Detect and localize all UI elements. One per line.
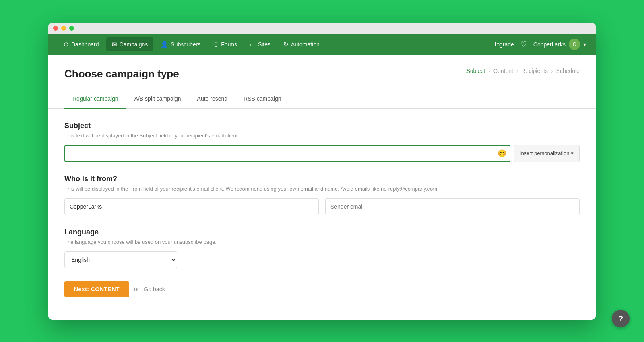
navbar: ⊙ Dashboard ✉ Campaigns 👤 Subscribers ⬡ … (48, 34, 596, 55)
help-button[interactable]: ? (612, 310, 630, 327)
breadcrumb-subject: Subject (466, 68, 485, 74)
heart-icon[interactable]: ♡ (520, 40, 527, 49)
subject-title: Subject (64, 122, 580, 130)
language-select[interactable]: English French German Spanish Italian Du… (64, 251, 177, 268)
dashboard-icon: ⊙ (64, 41, 69, 48)
breadcrumb-sep-3: › (551, 68, 553, 74)
nav-item-automation[interactable]: ↻ Automation (278, 37, 325, 51)
campaigns-icon: ✉ (112, 41, 117, 48)
minimize-button[interactable] (61, 26, 66, 31)
tab-rss[interactable]: RSS campaign (235, 90, 289, 109)
user-menu[interactable]: CopperLarks C ▾ (533, 39, 586, 50)
sites-icon: ▭ (250, 41, 256, 48)
campaign-tabs: Regular campaign A/B split campaign Auto… (48, 90, 596, 109)
from-row (64, 198, 580, 215)
nav-label-subscribers: Subscribers (171, 41, 200, 48)
nav-item-campaigns[interactable]: ✉ Campaigns (106, 37, 154, 51)
sender-name-input[interactable] (64, 198, 319, 215)
inner-content: Choose campaign type Subject › Content ›… (48, 55, 596, 320)
personalization-button[interactable]: Insert personalization ▾ (514, 145, 580, 162)
forms-icon: ⬡ (213, 41, 219, 48)
subject-desc: This text will be displayed in the Subje… (64, 133, 580, 139)
nav-label-dashboard: Dashboard (71, 41, 99, 48)
breadcrumb-schedule: Schedule (556, 68, 580, 74)
nav-item-dashboard[interactable]: ⊙ Dashboard (58, 37, 105, 51)
page-header: Choose campaign type Subject › Content ›… (64, 68, 580, 80)
breadcrumb: Subject › Content › Recipients › Schedul… (466, 68, 580, 74)
automation-icon: ↻ (283, 41, 289, 48)
language-section: Language The language you choose will be… (64, 228, 580, 268)
next-button[interactable]: Next: CONTENT (64, 281, 129, 297)
close-button[interactable] (53, 26, 58, 31)
emoji-button[interactable]: 😊 (497, 149, 506, 158)
nav-right: Upgrade ♡ CopperLarks C ▾ (492, 39, 586, 50)
nav-item-subscribers[interactable]: 👤 Subscribers (155, 37, 206, 51)
from-desc: This will be displayed in the From field… (64, 186, 580, 192)
or-text: or (134, 286, 139, 292)
nav-label-automation: Automation (291, 41, 320, 48)
from-section: Who is it from? This will be displayed i… (64, 175, 580, 215)
maximize-button[interactable] (69, 26, 74, 31)
subscribers-icon: 👤 (161, 41, 168, 48)
nav-item-forms[interactable]: ⬡ Forms (208, 37, 243, 51)
actions: Next: CONTENT or Go back (64, 281, 580, 304)
breadcrumb-sep-2: › (516, 68, 518, 74)
subject-row: 😊 Insert personalization ▾ (64, 145, 580, 162)
tab-regular[interactable]: Regular campaign (64, 90, 126, 109)
nav-item-sites[interactable]: ▭ Sites (244, 37, 276, 51)
breadcrumb-content: Content (493, 68, 513, 74)
page-title: Choose campaign type (64, 68, 179, 80)
avatar: C (569, 39, 580, 50)
nav-label-campaigns: Campaigns (120, 41, 148, 48)
breadcrumb-sep-1: › (488, 68, 490, 74)
subject-input[interactable] (64, 145, 510, 162)
tab-auto-resend[interactable]: Auto resend (189, 90, 236, 109)
language-title: Language (64, 228, 580, 236)
titlebar (48, 23, 596, 34)
nav-label-sites: Sites (258, 41, 270, 48)
go-back-link[interactable]: Go back (144, 286, 165, 292)
subject-section: Subject This text will be displayed in t… (64, 122, 580, 162)
nav-left: ⊙ Dashboard ✉ Campaigns 👤 Subscribers ⬡ … (58, 37, 492, 51)
dropdown-icon: ▾ (583, 41, 586, 48)
subject-input-wrap: 😊 (64, 145, 510, 162)
upgrade-link[interactable]: Upgrade (492, 41, 514, 48)
user-name: CopperLarks (533, 41, 566, 48)
nav-label-forms: Forms (221, 41, 237, 48)
language-desc: The language you choose will be used on … (64, 239, 580, 245)
from-title: Who is it from? (64, 175, 580, 183)
main-content: Choose campaign type Subject › Content ›… (48, 55, 596, 320)
tab-ab-split[interactable]: A/B split campaign (126, 90, 189, 109)
breadcrumb-recipients: Recipients (522, 68, 548, 74)
sender-email-input[interactable] (325, 198, 580, 215)
